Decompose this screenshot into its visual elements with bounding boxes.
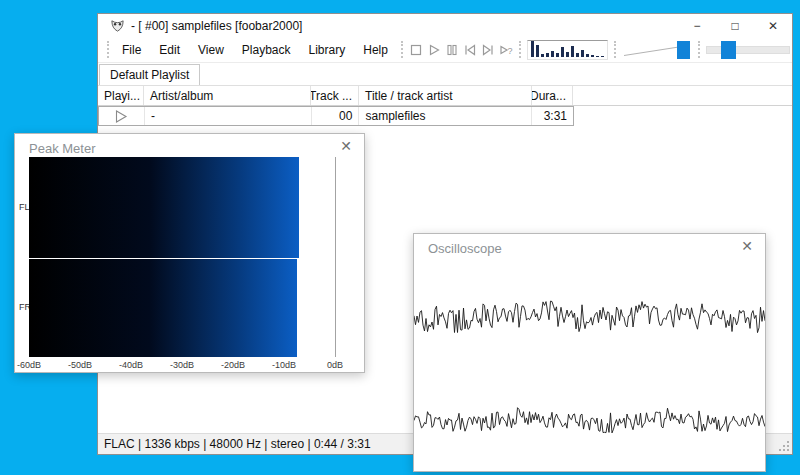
menu-view[interactable]: View [189,43,233,57]
stop-icon [407,41,425,59]
pause-icon [443,41,461,59]
artist-album-cell: - [145,107,312,125]
peak-meter-title: Peak Meter [29,141,95,156]
peak-bar-fr [29,259,297,357]
peak-bar-fl [29,157,299,258]
menu-file[interactable]: File [113,43,150,57]
scale-tick: -20dB [221,360,245,370]
oscilloscope-waveform [414,234,765,471]
title-cell: samplefiles [359,107,532,125]
seek-track[interactable] [706,46,790,54]
column-header-title-track-artist[interactable]: Title / track artist [359,86,532,105]
channel-label-fl: FL [19,202,30,212]
toolbar-separator [519,41,521,58]
play-button[interactable] [425,40,443,60]
menu-help[interactable]: Help [354,43,397,57]
toolbar-separator [107,41,109,58]
peak-meter-close-icon[interactable]: ✕ [340,139,352,153]
toolbar-separator [614,41,616,58]
previous-icon [461,41,479,59]
now-playing-cell [99,107,145,125]
column-header-playing[interactable]: Playi... [98,86,144,105]
next-button[interactable] [479,40,497,60]
toolbar-separator [698,41,700,58]
random-icon: ? [497,41,515,59]
previous-button[interactable] [461,40,479,60]
playlist-header: Playi... Artist/album Track ... Title / … [98,85,792,106]
oscilloscope-title: Oscilloscope [428,241,502,256]
minimize-button[interactable]: − [678,14,716,37]
close-button[interactable]: ✕ [754,14,792,37]
scale-tick: -60dB [17,360,41,370]
stop-button[interactable] [407,40,425,60]
resize-grip[interactable] [777,439,790,452]
volume-handle[interactable] [677,41,690,59]
menu-toolbar: File Edit View Playback Library Help ? [98,37,792,63]
menu-playback[interactable]: Playback [233,43,300,57]
status-text: FLAC | 1336 kbps | 48000 Hz | stereo | 0… [104,437,371,451]
window-title: - [ #00] samplefiles [foobar2000] [131,19,302,33]
maximize-button[interactable]: □ [716,14,754,37]
scale-tick: -10dB [272,360,296,370]
titlebar[interactable]: - [ #00] samplefiles [foobar2000] − □ ✕ [98,14,792,37]
duration-cell: 3:31 [532,107,573,125]
next-icon [479,41,497,59]
playing-indicator-icon [113,109,129,124]
tab-default-playlist[interactable]: Default Playlist [99,64,200,85]
zero-db-line [335,157,336,357]
menu-edit[interactable]: Edit [150,43,189,57]
column-header-track-number[interactable]: Track ... [311,86,359,105]
random-button[interactable]: ? [497,40,515,60]
svg-text:?: ? [507,45,512,55]
play-icon [425,41,443,59]
pause-button[interactable] [443,40,461,60]
scale-tick: -30dB [170,360,194,370]
column-header-filler [573,86,792,105]
column-header-duration[interactable]: Dura... [532,86,573,105]
volume-slider[interactable] [622,39,692,61]
seek-slider[interactable] [706,39,790,61]
spectrum-visualizer[interactable] [527,40,608,60]
track-number-cell: 00 [312,107,360,125]
oscilloscope-close-icon[interactable]: ✕ [741,239,753,253]
peak-meter-window: Peak Meter ✕ FL FR -60dB -50dB -40dB -30… [14,133,365,373]
playlist-row[interactable]: - 00 samplefiles 3:31 [98,106,574,126]
menu-library[interactable]: Library [300,43,355,57]
scale-tick: -50dB [68,360,92,370]
scale-tick: 0dB [327,360,343,370]
column-header-artist-album[interactable]: Artist/album [144,86,311,105]
playlist-tabbar: Default Playlist [98,63,792,85]
foobar2000-app-icon [110,18,125,33]
seek-handle[interactable] [721,41,736,59]
oscilloscope-window: Oscilloscope ✕ [413,233,766,472]
scale-tick: -40dB [119,360,143,370]
toolbar-separator [401,41,403,58]
